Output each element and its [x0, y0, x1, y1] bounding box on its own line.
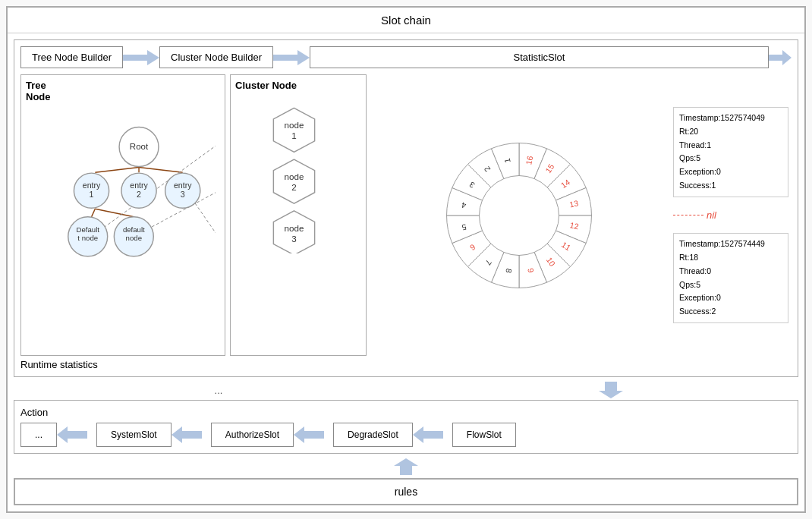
action-arrow-4 [413, 425, 452, 445]
svg-text:entry: entry [83, 181, 101, 190]
svg-line-3 [95, 167, 139, 172]
svg-marker-58 [394, 458, 418, 475]
stat-block-1: Timestamp:1527574049 Rt:20 Thread:1 Qps:… [673, 107, 788, 197]
rules-section: rules [14, 478, 798, 505]
action-arrow-2 [172, 425, 211, 445]
stat-line-ts2: Timestamp:1527574449 [679, 237, 782, 251]
svg-text:3: 3 [291, 234, 296, 244]
svg-text:16: 16 [524, 155, 534, 165]
tree-node-svg: Root entry 1 entry 2 entry 3 Defau [26, 105, 216, 265]
svg-text:entry: entry [174, 181, 192, 190]
stat-line-rt1: Rt:20 [679, 125, 782, 139]
rules-label: rules [395, 486, 417, 498]
svg-text:t node: t node [77, 234, 98, 242]
tree-node-label: TreeNode [26, 80, 220, 102]
cluster-node-area: Cluster Node node 1 node 2 node [230, 74, 367, 356]
cluster-node-svg: node 1 node 2 node 3 [235, 94, 353, 253]
arrow-1 [123, 47, 159, 68]
svg-text:Root: Root [130, 142, 149, 151]
svg-text:2: 2 [291, 182, 296, 192]
svg-text:1: 1 [291, 131, 296, 140]
stat-line-rt2: Rt:18 [679, 251, 782, 265]
action-section: Action ... SystemSlot AuthorizeSlot Degr… [14, 400, 798, 454]
tree-node-area: TreeNode Root [20, 74, 225, 356]
stat-line-suc1: Success:1 [679, 179, 782, 193]
svg-line-6 [92, 209, 96, 217]
statistic-slot-box: StatisticSlot [310, 46, 769, 68]
svg-text:entry: entry [130, 181, 148, 190]
svg-marker-0 [123, 50, 159, 65]
svg-marker-2 [769, 50, 792, 65]
svg-text:node: node [126, 234, 142, 242]
arrow-3 [769, 47, 792, 68]
action-box-flow: FlowSlot [452, 423, 516, 447]
statistic-area: 16151413121110987654321 Timestamp:152757… [371, 74, 792, 356]
stat-line-ts1: Timestamp:1527574049 [679, 112, 782, 125]
svg-marker-53 [599, 382, 623, 398]
stat-line-thread2: Thread:0 [679, 265, 782, 278]
svg-text:node: node [285, 171, 304, 181]
stats-panel: Timestamp:1527574049 Rt:20 Thread:1 Qps:… [670, 104, 792, 326]
svg-text:3: 3 [181, 190, 185, 199]
slot-chain-title: Slot chain [8, 8, 804, 33]
svg-marker-57 [413, 426, 443, 443]
down-arrow-1 [599, 382, 623, 398]
up-arrow-1 [394, 458, 418, 475]
svg-line-7 [95, 209, 134, 217]
builder-row: Tree Node Builder Cluster Node Builder S… [20, 46, 792, 68]
svg-marker-55 [172, 426, 202, 443]
runtime-statistics-label: Runtime statistics [20, 359, 792, 370]
svg-line-5 [139, 167, 183, 172]
action-box-system: SystemSlot [96, 423, 172, 447]
stat-line-qps1: Qps:5 [679, 152, 782, 165]
nil-dashed-line [673, 215, 703, 215]
svg-marker-56 [294, 426, 324, 443]
stat-line-qps2: Qps:5 [679, 278, 782, 292]
svg-text:default: default [123, 225, 145, 234]
nil-label: nil [707, 209, 716, 221]
action-box-degrade: DegradeSlot [333, 423, 413, 447]
action-arrow-3 [294, 425, 333, 445]
svg-text:node: node [285, 120, 304, 130]
nil-row: nil [673, 209, 788, 221]
stat-line-exc1: Exception:0 [679, 165, 782, 179]
cluster-node-builder-box: Cluster Node Builder [159, 46, 273, 68]
action-label: Action [20, 407, 792, 418]
tree-node-builder-box: Tree Node Builder [20, 46, 123, 68]
action-box-dots: ... [20, 423, 57, 447]
svg-text:2: 2 [137, 190, 141, 199]
action-arrow-1 [57, 425, 96, 445]
stat-block-2: Timestamp:1527574449 Rt:18 Thread:0 Qps:… [673, 233, 788, 323]
stat-line-thread1: Thread:1 [679, 139, 782, 153]
stat-line-suc2: Success:2 [679, 305, 782, 319]
ring-svg-container: 16151413121110987654321 [371, 136, 667, 295]
svg-text:node: node [285, 223, 304, 233]
svg-text:1: 1 [90, 190, 94, 199]
top-section: Tree Node Builder Cluster Node Builder S… [14, 39, 798, 377]
svg-text:13: 13 [568, 198, 579, 209]
diagram-area: TreeNode Root [20, 74, 792, 356]
action-box-authorize: AuthorizeSlot [211, 423, 294, 447]
ring-chart-svg: 16151413121110987654321 [439, 136, 599, 295]
svg-text:Default: Default [77, 225, 100, 234]
ring-stats-container: 16151413121110987654321 Timestamp:152757… [371, 74, 792, 356]
dots-label: ... [14, 385, 423, 396]
action-row: ... SystemSlot AuthorizeSlot DegradeSlot… [20, 423, 792, 447]
cluster-node-label: Cluster Node [235, 80, 361, 91]
stat-line-exc2: Exception:0 [679, 291, 782, 305]
svg-marker-54 [57, 426, 87, 443]
svg-marker-1 [273, 50, 310, 65]
arrow-2 [273, 47, 310, 68]
svg-text:12: 12 [569, 220, 580, 231]
